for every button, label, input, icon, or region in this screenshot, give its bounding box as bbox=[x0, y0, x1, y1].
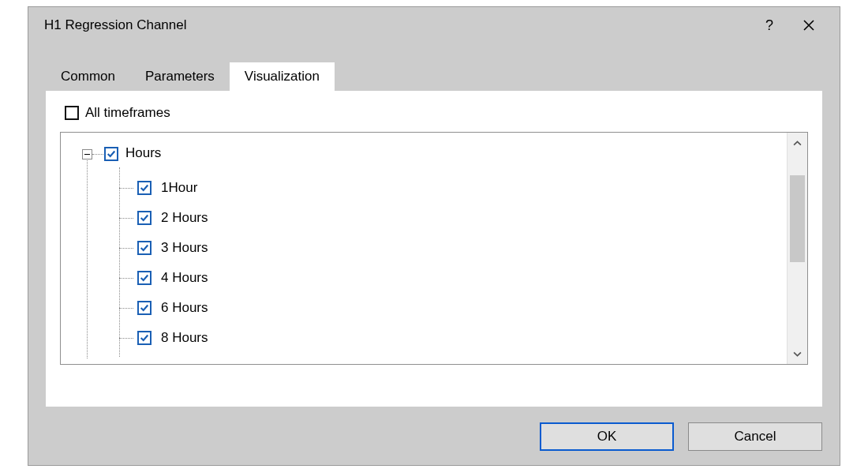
tab-visualization[interactable]: Visualization bbox=[230, 62, 335, 91]
tree-connector bbox=[119, 308, 133, 309]
all-timeframes-checkbox[interactable] bbox=[65, 106, 79, 120]
all-timeframes-row: All timeframes bbox=[65, 105, 808, 121]
tree-connector bbox=[119, 338, 133, 339]
check-icon bbox=[140, 213, 149, 223]
child-checkbox[interactable] bbox=[137, 211, 152, 225]
scroll-down-button[interactable] bbox=[788, 343, 807, 364]
titlebar: H1 Regression Channel ? bbox=[28, 7, 840, 43]
tree-node-8hours[interactable]: 8 Hours bbox=[61, 324, 785, 354]
all-timeframes-label: All timeframes bbox=[85, 105, 170, 121]
hours-checkbox[interactable] bbox=[104, 147, 118, 161]
tree-node-label: 4 Hours bbox=[161, 270, 208, 286]
tree-node-label: 3 Hours bbox=[161, 240, 208, 256]
tree-node-3hours[interactable]: 3 Hours bbox=[61, 234, 785, 264]
tab-common[interactable]: Common bbox=[46, 62, 130, 91]
tree-node-4hours[interactable]: 4 Hours bbox=[61, 264, 785, 294]
chevron-up-icon bbox=[793, 139, 802, 148]
check-icon bbox=[140, 303, 149, 313]
scroll-up-button[interactable] bbox=[788, 133, 807, 153]
dialog-footer: OK Cancel bbox=[540, 422, 822, 451]
check-icon bbox=[140, 183, 149, 193]
minus-icon bbox=[84, 154, 90, 155]
tree-connector bbox=[92, 154, 103, 155]
tree-connector bbox=[119, 248, 133, 249]
timeframes-tree: Hours 1Hour 2 Hours bbox=[60, 132, 808, 365]
scrollbar[interactable] bbox=[787, 133, 807, 364]
tab-label: Common bbox=[61, 69, 115, 84]
help-icon: ? bbox=[765, 17, 773, 34]
tree-node-1hour[interactable]: 1Hour bbox=[61, 174, 785, 204]
tab-bar: Common Parameters Visualization bbox=[46, 61, 840, 91]
tree-connector bbox=[119, 188, 133, 189]
dialog-title: H1 Regression Channel bbox=[44, 17, 750, 33]
scrollbar-thumb[interactable] bbox=[790, 175, 805, 262]
tree-content: Hours 1Hour 2 Hours bbox=[61, 133, 785, 364]
close-icon bbox=[803, 19, 815, 32]
close-button[interactable] bbox=[789, 9, 829, 41]
collapse-toggle[interactable] bbox=[82, 149, 92, 159]
child-checkbox[interactable] bbox=[137, 331, 152, 345]
tree-connector bbox=[119, 218, 133, 219]
dialog-window: H1 Regression Channel ? Common Parameter… bbox=[28, 6, 840, 466]
tree-node-6hours[interactable]: 6 Hours bbox=[61, 294, 785, 324]
tree-node-hours[interactable]: Hours bbox=[61, 139, 785, 174]
tree-node-label: 6 Hours bbox=[161, 300, 208, 316]
button-label: OK bbox=[597, 429, 617, 445]
chevron-down-icon bbox=[793, 350, 802, 358]
check-icon bbox=[140, 243, 149, 253]
child-checkbox[interactable] bbox=[137, 241, 152, 255]
check-icon bbox=[140, 273, 149, 283]
tree-connector bbox=[119, 278, 133, 279]
help-button[interactable]: ? bbox=[750, 9, 789, 41]
tree-node-label: 2 Hours bbox=[161, 210, 208, 226]
button-label: Cancel bbox=[735, 429, 776, 445]
check-icon bbox=[107, 149, 116, 159]
cancel-button[interactable]: Cancel bbox=[688, 422, 822, 451]
tree-node-2hours[interactable]: 2 Hours bbox=[61, 204, 785, 234]
tree-node-label: 8 Hours bbox=[161, 330, 208, 346]
ok-button[interactable]: OK bbox=[540, 422, 674, 451]
tab-label: Visualization bbox=[245, 69, 320, 84]
child-checkbox[interactable] bbox=[137, 181, 152, 195]
tree-node-label: Hours bbox=[125, 145, 161, 161]
child-checkbox[interactable] bbox=[137, 301, 152, 315]
tree-node-label: 1Hour bbox=[161, 180, 197, 196]
tab-panel-visualization: All timeframes Hours bbox=[46, 91, 822, 407]
check-icon bbox=[140, 333, 149, 343]
tab-label: Parameters bbox=[145, 69, 215, 84]
child-checkbox[interactable] bbox=[137, 271, 152, 285]
tab-parameters[interactable]: Parameters bbox=[130, 62, 230, 91]
